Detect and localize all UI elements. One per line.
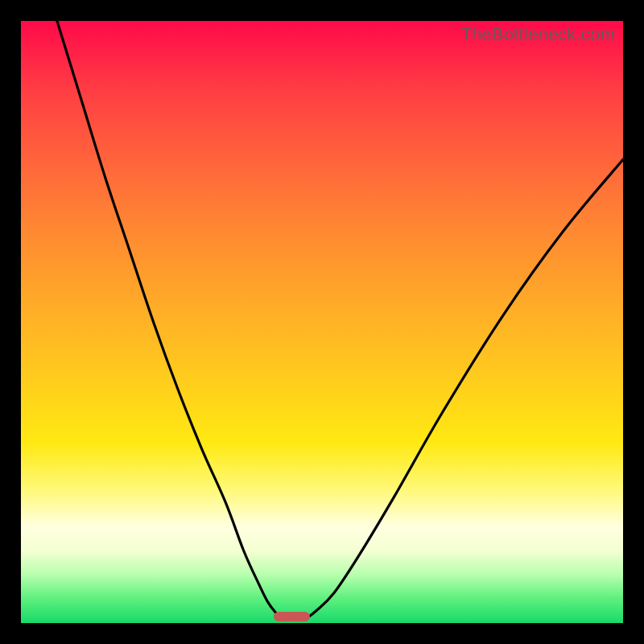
curves-layer — [21, 21, 623, 623]
right-curve-path — [304, 159, 623, 620]
bottleneck-marker — [274, 612, 310, 621]
plot-area: TheBottleneck.com — [21, 21, 623, 623]
left-curve-path — [57, 21, 283, 620]
